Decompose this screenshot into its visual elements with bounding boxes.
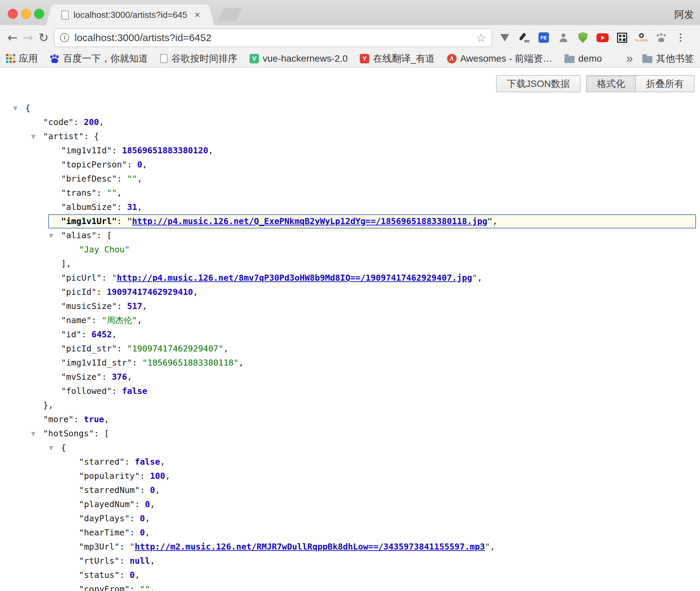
close-window-button[interactable] xyxy=(8,9,18,19)
site-info-icon[interactable]: i xyxy=(60,33,69,42)
collapse-toggle-icon[interactable]: ▼ xyxy=(31,129,35,144)
url-text[interactable]: localhost:3000/artists?id=6452 xyxy=(75,32,471,43)
json-punctuation: : xyxy=(101,273,112,283)
json-key: "mp3Url" xyxy=(79,542,119,552)
json-line: "starredNum": 0, xyxy=(0,483,700,497)
json-line: "followed": false xyxy=(0,384,700,398)
json-punctuation: , xyxy=(145,528,150,537)
bookmark-google-sort[interactable]: 谷歌按时间排序 xyxy=(160,52,237,65)
bookmark-baidu[interactable]: 百度一下，你就知道 xyxy=(50,52,148,65)
json-line: "Jay Chou" xyxy=(0,243,700,257)
json-punctuation: : xyxy=(130,528,140,537)
json-string-value: "Jay Chou" xyxy=(79,245,130,254)
collapse-toggle-icon[interactable]: ▼ xyxy=(31,427,35,441)
json-punctuation: : xyxy=(96,230,107,240)
browser-tab[interactable]: localhost:3000/artists?id=645 × xyxy=(54,4,206,25)
json-line: "albumSize": 31, xyxy=(0,200,700,214)
bookmark-label: demo xyxy=(578,53,602,64)
json-url-link[interactable]: http://p4.music.126.net/8mv7qP30Pd3oHW8b… xyxy=(117,273,472,283)
json-value: false xyxy=(122,386,147,396)
qrcode-extension-icon[interactable] xyxy=(616,31,628,44)
json-punctuation: : xyxy=(74,414,84,424)
page-content: 下载JSON数据 格式化 折叠所有 ▼{"code": 200,▼"artist… xyxy=(0,68,700,591)
adblock-shield-extension-icon[interactable] xyxy=(577,31,589,44)
bookmark-label: 应用 xyxy=(19,52,38,65)
user-extension-icon[interactable] xyxy=(557,31,570,44)
json-punctuation: : xyxy=(135,499,145,509)
json-key: "artist" xyxy=(43,131,84,141)
json-key: "status" xyxy=(79,570,119,580)
format-button[interactable]: 格式化 xyxy=(586,75,636,92)
address-bar[interactable]: i localhost:3000/artists?id=6452 ☆ xyxy=(54,28,492,47)
youdao-translate-extension-icon[interactable]: en xyxy=(518,31,530,44)
download-json-button[interactable]: 下载JSON数据 xyxy=(496,75,581,92)
json-punctuation: : xyxy=(124,457,135,467)
json-punctuation: : xyxy=(81,330,91,339)
collapse-toggle-icon[interactable]: ▼ xyxy=(13,101,18,115)
json-punctuation: , xyxy=(142,301,147,311)
json-key: "musicSize" xyxy=(61,301,117,311)
json-key: "copyFrom" xyxy=(79,584,130,591)
player-extension-icon[interactable]: PLAYER xyxy=(635,31,648,44)
json-key: "id" xyxy=(61,330,81,339)
new-tab-button[interactable] xyxy=(218,8,242,21)
json-line: "picUrl": "http://p4.music.126.net/8mv7q… xyxy=(0,271,700,285)
json-line: "picId_str": "19097417462929407", xyxy=(0,342,700,356)
json-line: "more": true, xyxy=(0,412,700,427)
json-line: "copyFrom": "", xyxy=(0,582,700,591)
fe-extension-icon[interactable]: FE xyxy=(537,31,550,44)
json-value: 0 xyxy=(137,160,142,169)
zoom-window-button[interactable] xyxy=(34,9,44,19)
json-value: 19097417462929410 xyxy=(107,287,193,297)
bookmark-vue-hackernews[interactable]: V vue-hackernews-2.0 xyxy=(250,53,348,64)
json-punctuation: , xyxy=(239,358,244,368)
bookmarks-overflow-chevron[interactable]: » xyxy=(626,53,633,65)
json-url-link[interactable]: http://p4.music.126.net/Q_ExePNkmqB2yWyL… xyxy=(132,216,488,226)
back-button[interactable]: ← xyxy=(5,29,20,47)
bookmark-label: vue-hackernews-2.0 xyxy=(263,53,348,64)
tab-close-icon[interactable]: × xyxy=(194,10,200,20)
funnel-extension-icon[interactable] xyxy=(498,31,511,44)
bookmark-demo-folder[interactable]: demo xyxy=(564,53,602,64)
json-url-link[interactable]: http://m2.music.126.net/RMJR7wDullRqppBk… xyxy=(135,542,485,552)
bookmark-awesomes[interactable]: A Awesomes - 前端资… xyxy=(447,52,552,65)
collapse-toggle-icon[interactable]: ▼ xyxy=(49,441,53,455)
other-bookmarks-folder[interactable]: 其他书签 xyxy=(642,52,694,65)
json-value: 31 xyxy=(127,202,137,212)
json-punctuation: , xyxy=(150,499,155,509)
bookmark-label: 百度一下，你就知道 xyxy=(63,52,148,65)
json-key: "playedNum" xyxy=(79,499,135,509)
json-line: "picId": 19097417462929410, xyxy=(0,285,700,299)
json-string-value: "19097417462929407" xyxy=(127,344,224,353)
page-icon xyxy=(160,54,168,63)
minimize-window-button[interactable] xyxy=(21,9,31,19)
collapse-toggle-icon[interactable]: ▼ xyxy=(49,228,53,243)
bookmark-apps[interactable]: 应用 xyxy=(6,52,38,65)
json-value: 0 xyxy=(140,528,145,537)
json-punctuation: , xyxy=(490,542,495,552)
json-key: "name" xyxy=(61,315,91,325)
json-key: "alias" xyxy=(61,230,96,240)
json-string-value: "" xyxy=(107,188,117,198)
json-line: "playedNum": 0, xyxy=(0,497,700,511)
json-string-value: "周杰伦" xyxy=(101,315,137,325)
json-value: true xyxy=(84,414,104,424)
bookmark-label: 其他书签 xyxy=(656,52,694,65)
json-key: "mvSize" xyxy=(61,372,101,382)
json-punctuation: : xyxy=(127,160,137,169)
json-punctuation: : xyxy=(96,287,107,297)
json-punctuation: , xyxy=(492,216,497,226)
browser-menu-icon[interactable] xyxy=(674,31,687,44)
collapse-all-button[interactable]: 折叠所有 xyxy=(635,75,695,92)
funnel-icon xyxy=(500,34,509,41)
bookmark-star-icon[interactable]: ☆ xyxy=(476,32,486,43)
profile-name[interactable]: 阿发 xyxy=(674,8,694,22)
reload-button[interactable]: ↻ xyxy=(36,29,51,47)
json-punctuation: : xyxy=(119,556,129,566)
json-line: "name": "周杰伦", xyxy=(0,313,700,328)
paw-extension-icon[interactable] xyxy=(655,31,667,44)
youtube-extension-icon[interactable] xyxy=(596,31,609,44)
json-line: ▼"hotSongs": [ xyxy=(0,427,700,441)
bookmark-youdao-translate[interactable]: Y 在线翻译_有道 xyxy=(360,52,435,65)
window-controls xyxy=(8,9,44,19)
